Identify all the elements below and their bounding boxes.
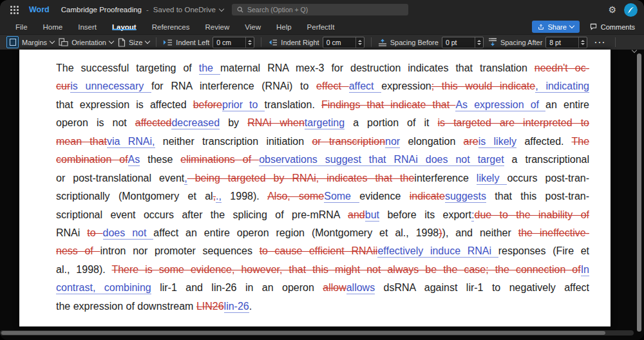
document-line[interactable]: ness of intron nor promoter sequences to…: [56, 242, 589, 260]
inserted-text-run: is unnecessary: [70, 80, 151, 93]
stepper-down-icon[interactable]: [581, 43, 585, 45]
menu-tab-insert[interactable]: Insert: [70, 23, 104, 31]
deleted-text-run: RNAi when: [247, 117, 305, 128]
menu-tab-perfectit[interactable]: PerfectIt: [299, 23, 343, 31]
document-line[interactable]: the expression of downstream LIN26lin-26…: [56, 298, 589, 316]
search-input[interactable]: Search (Option + Q): [232, 4, 408, 15]
document-text[interactable]: The successful targeting of the maternal…: [56, 59, 589, 316]
vertical-scrollbar-track[interactable]: [637, 52, 642, 335]
comment-icon: [590, 23, 597, 30]
document-line[interactable]: mean thatvia RNAi, neither transcription…: [56, 133, 589, 151]
menu-tab-layout[interactable]: Layout: [104, 23, 144, 31]
inserted-text-run: affect: [349, 80, 382, 93]
spacing-after-input[interactable]: 8 pt: [545, 37, 587, 48]
text-run: lir-1 and lin-26 in an operon: [151, 282, 323, 293]
deleted-text-run: cur: [56, 80, 70, 91]
toolbar-divider: [615, 37, 616, 47]
indent-left-icon: [163, 39, 173, 46]
deleted-text-run: indicate: [410, 191, 445, 202]
inserted-text-run: nor: [385, 136, 400, 148]
horizontal-scrollbar-thumb[interactable]: [1, 331, 605, 335]
text-run: RNAi: [56, 227, 87, 238]
deleted-text-run: Also, some: [267, 191, 324, 202]
deleted-text-run: before: [193, 99, 222, 110]
menu-tab-review[interactable]: Review: [198, 23, 238, 31]
menu-tab-file[interactable]: File: [8, 23, 35, 31]
inserted-text-run: observations suggest that RNAi does not …: [259, 154, 504, 166]
comments-button[interactable]: Comments: [586, 21, 639, 33]
text-run: by: [220, 117, 247, 128]
inserted-text-run: As expression of: [455, 99, 545, 111]
document-line[interactable]: scriptional event occurs after the splic…: [56, 206, 589, 224]
horizontal-scrollbar-track[interactable]: [0, 330, 634, 335]
deleted-text-run: or transcription: [312, 136, 385, 147]
spacing-before-input[interactable]: 0 pt: [442, 37, 484, 48]
orientation-icon: [59, 38, 68, 46]
indent-left-input[interactable]: 0 cm: [213, 37, 254, 48]
stepper-down-icon[interactable]: [248, 43, 252, 45]
toolbar-divider: [156, 37, 156, 47]
document-line[interactable]: RNAi to does not affect an entire operon…: [56, 224, 589, 242]
document-line[interactable]: contrast, combining lir-1 and lin-26 in …: [56, 279, 589, 297]
indent-right-input[interactable]: 0 cm: [323, 37, 365, 48]
document-title[interactable]: Cambridge Proofreading: [61, 6, 142, 14]
inserted-text-run: , indicating: [535, 80, 589, 93]
menu-tab-references[interactable]: References: [144, 23, 198, 31]
stepper-up-icon[interactable]: [477, 40, 481, 42]
text-run: intron nor promoter sequences: [100, 245, 259, 256]
chevron-down-icon: [145, 39, 150, 44]
document-line[interactable]: scriptionally (Montgomery et al,., 1998)…: [56, 187, 589, 205]
gear-icon[interactable]: ⚙: [608, 5, 616, 14]
text-run: 1998).: [222, 191, 267, 202]
app-launcher-icon[interactable]: [10, 6, 19, 14]
deleted-text-run: being targeted by RNAi, indicates that t…: [187, 173, 415, 184]
indent-right-icon: [268, 39, 278, 46]
document-line[interactable]: or post-translational event, being targe…: [56, 169, 589, 187]
chevron-down-icon: [50, 39, 55, 44]
document-line[interactable]: The successful targeting of the maternal…: [56, 59, 589, 77]
document-line[interactable]: combination ofAs these eliminations of o…: [56, 151, 589, 169]
stepper-down-icon[interactable]: [477, 43, 481, 45]
title-separator: -: [146, 6, 149, 14]
menu-tab-help[interactable]: Help: [269, 23, 299, 31]
deleted-text-run: affected: [135, 117, 172, 128]
text-run: expression: [381, 80, 431, 91]
text-run: dsRNA against lir-1 to negatively affect: [375, 282, 589, 293]
document-line[interactable]: operon is not affecteddecreased by RNAi …: [56, 114, 589, 132]
text-run: translation.: [265, 99, 321, 110]
avatar[interactable]: [624, 3, 638, 17]
stepper-up-icon[interactable]: [358, 40, 362, 42]
margins-dropdown[interactable]: Margins: [6, 36, 54, 48]
orientation-dropdown[interactable]: Orientation: [59, 38, 113, 46]
document-line[interactable]: curis unnecessary for RNA interference (…: [56, 77, 589, 95]
saved-status[interactable]: Saved to OneDrive: [153, 6, 223, 14]
deleted-text-run: The: [571, 136, 589, 147]
document-canvas: The successful targeting of the maternal…: [0, 50, 644, 340]
inserted-text-run: suggests: [445, 191, 486, 203]
text-run: an entire: [545, 99, 589, 110]
text-run: affect an entire operon region (Montgome…: [153, 227, 439, 238]
inserted-text-run: the: [199, 62, 220, 75]
text-run: the expression of downstream: [56, 301, 196, 312]
stepper-up-icon[interactable]: [248, 40, 252, 42]
more-options-button[interactable]: ···: [592, 38, 609, 47]
stepper-down-icon[interactable]: [358, 43, 362, 45]
document-page[interactable]: The successful targeting of the maternal…: [19, 50, 611, 326]
deleted-text-run: needn't oc-: [535, 62, 589, 73]
document-line[interactable]: that expression is affected beforeprior …: [56, 96, 589, 114]
app-name[interactable]: Word: [29, 5, 50, 14]
ribbon-toolbar: Margins Orientation Size: [0, 34, 644, 50]
stepper-up-icon[interactable]: [581, 40, 585, 42]
text-run: a transcriptional: [504, 154, 589, 165]
inserted-text-run: effectively induce RNAi: [377, 245, 498, 258]
share-button[interactable]: Share: [532, 21, 579, 33]
text-run: responses (Fire et: [498, 245, 589, 256]
deleted-text-run: the ineffective-: [518, 227, 589, 238]
menu-tab-home[interactable]: Home: [35, 23, 71, 31]
size-dropdown[interactable]: Size: [118, 38, 149, 47]
search-placeholder: Search (Option + Q): [247, 6, 308, 14]
document-line[interactable]: al., 1998). There is some evidence, howe…: [56, 261, 589, 279]
menu-tab-view[interactable]: View: [237, 23, 269, 31]
text-run: .: [249, 301, 252, 312]
vertical-scrollbar-thumb[interactable]: [637, 53, 641, 332]
